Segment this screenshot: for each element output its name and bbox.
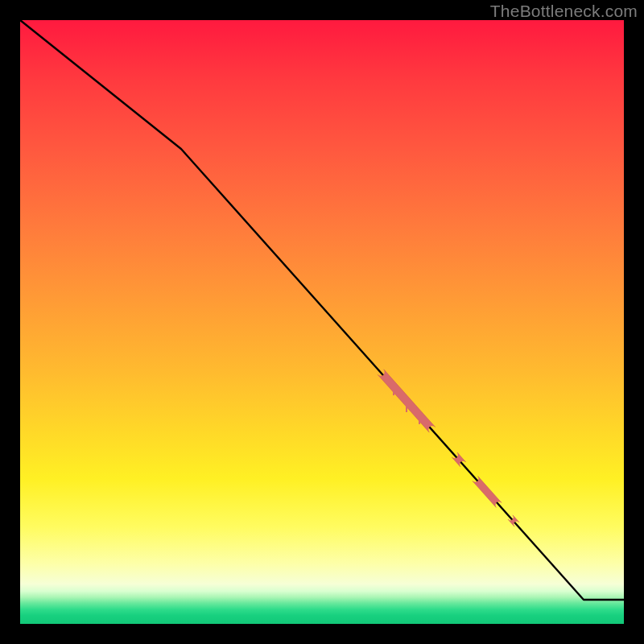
chart-overlay [20,20,624,624]
chart-stage: TheBottleneck.com [0,0,644,644]
bottleneck-curve [20,20,624,600]
marker-cluster [378,369,435,432]
watermark-text: TheBottleneck.com [490,2,638,21]
